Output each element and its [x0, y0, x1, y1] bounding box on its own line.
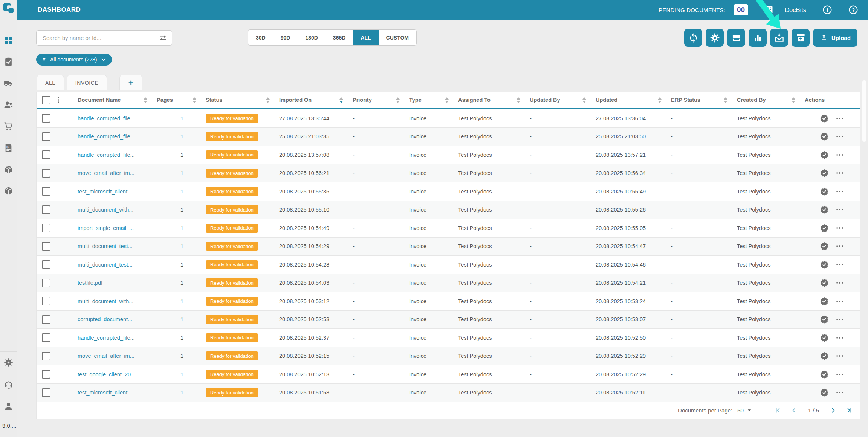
- range-custom-button[interactable]: CUSTOM: [379, 30, 416, 45]
- document-link[interactable]: import_single_email_...: [78, 225, 134, 231]
- sidebar-item-invoices[interactable]: $: [4, 143, 13, 153]
- per-page-caret-icon[interactable]: [746, 407, 753, 414]
- sidebar-item-inventory[interactable]: [4, 186, 13, 196]
- row-checkbox[interactable]: [42, 224, 50, 232]
- range-180d-button[interactable]: 180D: [298, 30, 325, 45]
- validated-badge-icon[interactable]: [820, 370, 828, 379]
- select-all-checkbox[interactable]: [42, 96, 50, 104]
- sidebar-item-dashboard[interactable]: [4, 36, 13, 45]
- column-header-pages[interactable]: Pages: [151, 92, 200, 108]
- row-checkbox[interactable]: [42, 205, 50, 214]
- validated-badge-icon[interactable]: [820, 352, 828, 360]
- sidebar-item-packages[interactable]: [4, 165, 13, 174]
- validated-badge-icon[interactable]: [820, 334, 828, 342]
- column-header-assigned-to[interactable]: Assigned To: [452, 92, 524, 108]
- add-tab[interactable]: +: [119, 75, 142, 90]
- row-checkbox[interactable]: [42, 169, 50, 178]
- sidebar-item-profile[interactable]: [4, 402, 13, 411]
- row-checkbox[interactable]: [42, 352, 50, 360]
- sidebar-item-settings[interactable]: [4, 358, 13, 367]
- row-menu-icon[interactable]: [836, 261, 844, 269]
- row-checkbox[interactable]: [42, 297, 50, 305]
- sidebar-item-shipments[interactable]: [4, 79, 13, 88]
- analytics-button[interactable]: [749, 29, 767, 47]
- validated-badge-icon[interactable]: [820, 169, 828, 177]
- row-menu-icon[interactable]: [836, 315, 844, 324]
- row-menu-icon[interactable]: [836, 132, 844, 141]
- range-all-button[interactable]: ALL: [353, 30, 378, 45]
- upload-button[interactable]: Upload: [813, 29, 857, 47]
- validated-badge-icon[interactable]: [820, 151, 828, 159]
- document-link[interactable]: test_microsoft_client...: [78, 389, 132, 396]
- row-checkbox[interactable]: [42, 279, 50, 287]
- column-header-document-name[interactable]: Document Name: [72, 92, 151, 108]
- document-link[interactable]: multi_document_test...: [78, 243, 133, 249]
- validated-badge-icon[interactable]: [820, 187, 828, 196]
- per-page-value[interactable]: 50: [737, 407, 744, 414]
- search-filter-tune-icon[interactable]: [159, 34, 167, 42]
- validated-badge-icon[interactable]: [820, 205, 828, 214]
- sort-arrows[interactable]: [721, 97, 727, 103]
- column-header-priority[interactable]: Priority: [347, 92, 403, 108]
- row-checkbox[interactable]: [42, 315, 50, 324]
- validated-badge-icon[interactable]: [820, 132, 828, 141]
- column-header-actions[interactable]: Actions: [799, 92, 860, 108]
- row-checkbox[interactable]: [42, 242, 50, 251]
- row-checkbox[interactable]: [42, 132, 50, 141]
- document-link[interactable]: testfile.pdf: [78, 280, 102, 286]
- row-checkbox[interactable]: [42, 333, 50, 342]
- organization-icon[interactable]: [765, 5, 774, 15]
- column-header-updated[interactable]: Updated: [590, 92, 665, 108]
- range-90d-button[interactable]: 90D: [273, 30, 298, 45]
- sort-arrows[interactable]: [393, 97, 400, 103]
- validated-badge-icon[interactable]: [820, 224, 828, 232]
- row-checkbox[interactable]: [42, 150, 50, 159]
- sidebar-item-approvals[interactable]: [4, 57, 13, 67]
- tab-invoice[interactable]: INVOICE: [67, 75, 107, 90]
- last-page-icon[interactable]: [846, 407, 853, 414]
- mail-import-button[interactable]: [770, 29, 788, 47]
- sort-arrows[interactable]: [442, 97, 449, 103]
- row-menu-icon[interactable]: [836, 334, 844, 342]
- document-link[interactable]: handle_corrupted_file...: [78, 335, 135, 341]
- search-input[interactable]: [37, 35, 159, 41]
- row-checkbox[interactable]: [42, 260, 50, 269]
- export-button[interactable]: [792, 29, 810, 47]
- all-documents-filter-chip[interactable]: All documents (228): [36, 54, 112, 66]
- help-icon[interactable]: ?: [848, 5, 858, 15]
- sidebar-item-support[interactable]: [4, 380, 13, 389]
- refresh-button[interactable]: [684, 29, 702, 47]
- settings-button[interactable]: [706, 29, 724, 47]
- row-menu-icon[interactable]: [836, 169, 844, 177]
- row-menu-icon[interactable]: [836, 151, 844, 159]
- row-menu-icon[interactable]: [836, 352, 844, 360]
- tab-all[interactable]: ALL: [37, 75, 64, 90]
- first-page-icon[interactable]: [774, 407, 781, 414]
- sidebar-item-users[interactable]: [4, 100, 13, 110]
- range-365d-button[interactable]: 365D: [326, 30, 353, 45]
- next-page-icon[interactable]: [830, 407, 837, 414]
- column-header-created-by[interactable]: Created By: [731, 92, 799, 108]
- document-link[interactable]: test_google_client_20...: [78, 371, 135, 377]
- document-link[interactable]: test_microsoft_client...: [78, 189, 132, 195]
- document-link[interactable]: corrupted_document...: [78, 316, 132, 322]
- row-menu-icon[interactable]: [836, 114, 844, 123]
- validated-badge-icon[interactable]: [820, 297, 828, 305]
- document-link[interactable]: move_email_after_im...: [78, 353, 134, 359]
- validated-badge-icon[interactable]: [820, 315, 828, 324]
- row-menu-icon[interactable]: [836, 205, 844, 214]
- document-link[interactable]: multi_document_with...: [78, 207, 133, 213]
- row-menu-icon[interactable]: [836, 224, 844, 232]
- row-menu-icon[interactable]: [836, 279, 844, 287]
- sort-arrows[interactable]: [579, 97, 586, 103]
- column-header-imported-on[interactable]: Imported On: [274, 92, 347, 108]
- sort-arrows[interactable]: [189, 97, 196, 103]
- row-menu-icon[interactable]: [836, 297, 844, 305]
- document-link[interactable]: move_email_after_im...: [78, 170, 134, 176]
- sort-arrows[interactable]: [655, 97, 662, 103]
- row-menu-icon[interactable]: [836, 370, 844, 379]
- sort-arrows[interactable]: [336, 97, 343, 103]
- row-menu-icon[interactable]: [836, 242, 844, 250]
- sidebar-item-purchase-orders[interactable]: [4, 122, 13, 131]
- sort-arrows[interactable]: [789, 97, 795, 103]
